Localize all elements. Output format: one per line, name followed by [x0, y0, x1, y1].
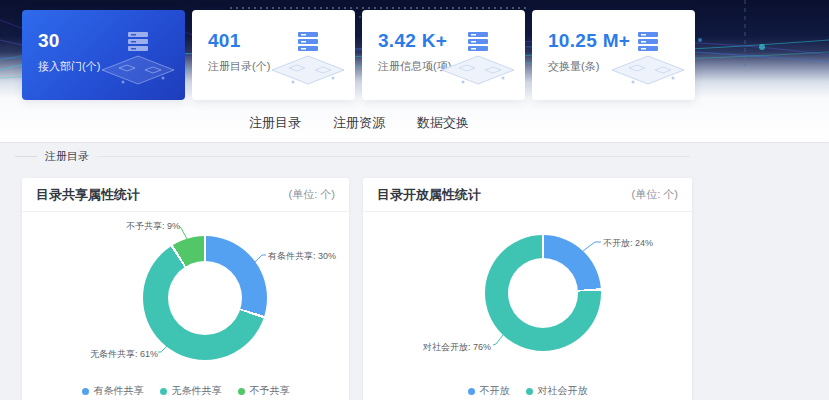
section-divider-right [97, 156, 690, 157]
dashboard-page: 30 接入部门(个) 401 注册目录(个) [0, 0, 829, 400]
legend-item[interactable]: 有条件共享 [82, 384, 144, 398]
legend-label: 有条件共享 [94, 384, 144, 398]
legend-label: 无条件共享 [172, 384, 222, 398]
legend-label: 不开放 [480, 384, 510, 398]
legend-dot-icon [160, 388, 167, 395]
chart-legend: 有条件共享 无条件共享 不予共享 [22, 384, 349, 398]
legend-item[interactable]: 不予共享 [238, 384, 290, 398]
stat-card-exchange-volume[interactable]: 10.25 M+ 交换量(条) [532, 10, 695, 100]
panel-title: 目录共享属性统计 [36, 186, 140, 204]
legend-label: 不予共享 [250, 384, 290, 398]
stat-cards: 30 接入部门(个) 401 注册目录(个) [22, 10, 695, 100]
legend-label: 对社会开放 [538, 384, 588, 398]
donut-hole [508, 258, 578, 328]
panel-header: 目录开放属性统计 (单位: 个) [363, 178, 692, 212]
donut-chart-share: 有条件共享: 30% 无条件共享: 61% 不予共享: 9% 有条件共享 无条件… [22, 212, 349, 400]
legend-item[interactable]: 无条件共享 [160, 384, 222, 398]
section-divider-left [15, 156, 37, 157]
panel-header: 目录共享属性统计 (单位: 个) [22, 178, 349, 212]
legend-dot-icon [468, 388, 475, 395]
legend-dot-icon [526, 388, 533, 395]
server-platform-icon [97, 26, 179, 88]
horizontal-divider [0, 142, 829, 143]
server-platform-icon [607, 26, 689, 88]
tab-register-resource[interactable]: 注册资源 [333, 112, 385, 134]
donut-chart-open: 不开放: 24% 对社会开放: 76% 不开放 对社会开放 [363, 212, 692, 400]
chart-legend: 不开放 对社会开放 [363, 384, 692, 398]
panel-open-attribute: 目录开放属性统计 (单位: 个) 不开放: 24% 对社会开放: 76% 不开放 [363, 178, 692, 400]
tab-data-exchange[interactable]: 数据交换 [417, 112, 469, 134]
panel-title: 目录开放属性统计 [377, 186, 481, 204]
callout-label: 有条件共享: 30% [268, 250, 336, 263]
tab-bar: 注册目录 注册资源 数据交换 [22, 112, 696, 134]
panel-share-attribute: 目录共享属性统计 (单位: 个) 有条件共享: 30% 无条件共享: 61% 不… [22, 178, 349, 400]
chart-panels: 目录共享属性统计 (单位: 个) 有条件共享: 30% 无条件共享: 61% 不… [22, 178, 692, 400]
panel-unit-label: (单位: 个) [632, 187, 678, 202]
section-title: 注册目录 [45, 149, 89, 164]
legend-dot-icon [82, 388, 89, 395]
donut-hole [168, 261, 242, 335]
tab-register-catalog[interactable]: 注册目录 [249, 112, 301, 134]
callout-label: 对社会开放: 76% [407, 341, 491, 354]
server-platform-icon [437, 26, 519, 88]
callout-label: 不予共享: 9% [114, 220, 180, 233]
section-header: 注册目录 [15, 149, 690, 164]
panel-unit-label: (单位: 个) [289, 187, 335, 202]
callout-label: 无条件共享: 61% [72, 348, 158, 361]
stat-card-departments[interactable]: 30 接入部门(个) [22, 10, 185, 100]
stat-card-info-items[interactable]: 3.42 K+ 注册信息项(项) [362, 10, 525, 100]
server-platform-icon [267, 26, 349, 88]
stat-card-catalogs[interactable]: 401 注册目录(个) [192, 10, 355, 100]
legend-dot-icon [238, 388, 245, 395]
legend-item[interactable]: 不开放 [468, 384, 510, 398]
callout-label: 不开放: 24% [603, 237, 653, 250]
legend-item[interactable]: 对社会开放 [526, 384, 588, 398]
